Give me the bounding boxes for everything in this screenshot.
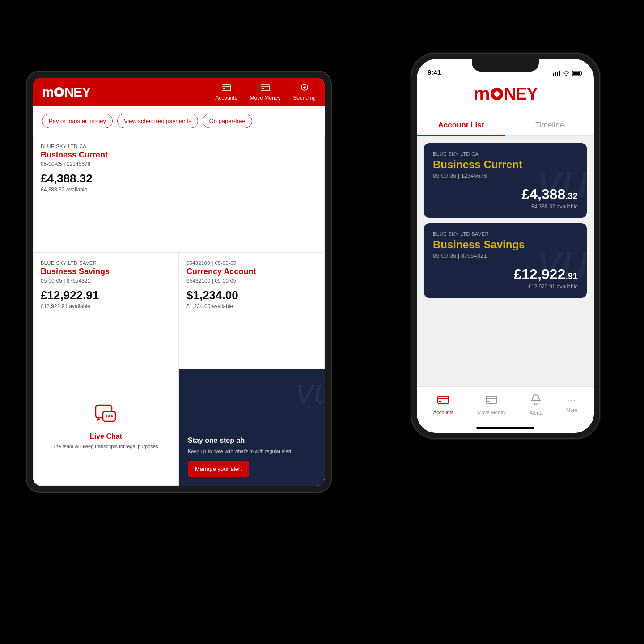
tablet-logo-text: m [42,85,54,100]
spending-nav-icon [300,83,309,93]
live-chat-title: Live Chat [90,432,122,441]
tablet-account-2-available: £12,922.91 available [41,303,171,309]
tab-account-list-label: Account List [438,121,484,129]
svg-rect-13 [559,71,560,76]
phone-account-2-numbers: 05-00-05 | 87654321 [433,252,578,259]
tablet-stay-card[interactable]: vu Stay one step ah Keep up-to-date with… [179,369,325,486]
tablet-account-card-2[interactable]: BLUE SKY LTD SAVER Business Savings 05-0… [33,253,179,369]
tablet-nav-accounts[interactable]: Accounts [215,83,237,101]
phone-account-1-balance-cents: .32 [565,191,578,201]
phone-account-1-numbers: 05-00-05 | 12345678 [433,172,578,179]
tablet-nav-move-money-label: Move Money [250,95,281,101]
phone-header: m NEY [417,79,594,115]
phone-account-1-type: BLUE SKY LTD CA [433,151,578,157]
tablet-account-card-3[interactable]: 65432100 | 05-00-05 Currency Account 654… [179,253,325,369]
phone-screen: 9:41 m NEY Account List Timelin [417,59,594,433]
phone-bottom-nav: Accounts Move Money Alerts ··· More [417,386,594,422]
tablet-account-1-type: Blue Sky LTD CA [41,144,317,149]
svg-rect-10 [553,73,554,76]
tablet-account-3-numbers: 65432100 | 05-00-05 [186,278,317,284]
svg-point-7 [106,415,107,417]
manage-alerts-button[interactable]: Manage your alert [188,461,249,477]
view-scheduled-button[interactable]: View scheduled payments [117,114,198,128]
phone-nav-alerts[interactable]: Alerts [525,391,547,418]
phone-nav-alerts-icon [530,394,541,408]
tab-timeline[interactable]: Timeline [505,115,594,135]
phone-tabs: Account List Timeline [417,115,594,136]
stay-watermark: vu [296,373,325,409]
tablet-nav-move-money[interactable]: Move Money [250,83,281,101]
tablet-action-buttons: Pay or transfer money View scheduled pay… [33,106,325,136]
home-bar [476,427,534,429]
tablet-account-1-available: £4,388.32 available [41,186,317,193]
tablet-account-1-balance: £4,388.32 [41,172,317,186]
phone-account-2-type: BLUE SKY LTD SAVER [433,231,578,237]
tab-account-list[interactable]: Account List [417,115,505,135]
phone-account-card-1[interactable]: vu BLUE SKY LTD CA Business Current 05-0… [424,143,587,218]
wifi-icon [563,71,570,76]
phone-nav-move-money-icon [486,394,497,408]
phone-nav-alerts-label: Alerts [530,410,542,415]
tablet-logo-circle-inner [57,90,61,94]
svg-rect-16 [438,396,449,403]
phone-home-indicator [417,422,594,433]
phone-account-2-balance-whole: £12,922 [514,266,566,282]
tablet-account-2-balance: £12,922.91 [41,288,171,302]
stay-card-title: Stay one step ah [188,436,316,445]
svg-point-8 [108,415,110,417]
phone-account-1-balance: £4,388.32 [433,186,578,203]
phone-nav-move-money[interactable]: Move Money [473,392,510,418]
phone-account-2-balance-cents: .91 [565,271,578,281]
live-chat-desc: The team will keep transcripts for legal… [52,443,159,450]
tablet-account-2-name: Business Savings [41,267,171,276]
phone-nav-accounts[interactable]: Accounts [429,392,458,418]
pay-transfer-button[interactable]: Pay or transfer money [42,114,113,128]
svg-rect-1 [223,88,225,89]
tablet-account-card-1[interactable]: Blue Sky LTD CA Business Current 05-00-0… [33,136,325,253]
tablet-nav-items: Accounts Move Money Spending [215,83,316,101]
phone-account-1-name: Business Current [433,158,578,171]
svg-rect-18 [486,396,497,403]
phone-account-card-2[interactable]: vu BLUE SKY LTD SAVER Business Savings 0… [424,223,587,298]
tablet-nav-spending[interactable]: Spending [293,83,316,101]
svg-rect-3 [262,88,264,89]
tablet-account-1-numbers: 05-00-05 | 12345678 [41,161,317,167]
status-time: 9:41 [428,68,441,76]
svg-rect-17 [439,401,441,402]
tablet-account-3-balance: $1,234.00 [186,288,317,302]
phone-nav-accounts-label: Accounts [433,410,453,415]
phone-nav-more-label: More [566,407,577,413]
tablet-device: m NEY Accounts Move Money [27,72,331,492]
phone-account-1-balance-whole: £4,388 [521,186,565,202]
phone-account-2-balance-row: £12,922.91 £12,922.91 available [433,266,578,290]
phone-device: 9:41 m NEY Account List Timelin [411,54,599,438]
tablet-logo-circle [54,87,64,97]
svg-rect-11 [555,72,556,76]
signal-icon [553,71,560,76]
tablet-content: Blue Sky LTD CA Business Current 05-00-0… [33,136,325,486]
tablet-account-1-name: Business Current [41,150,317,160]
tablet-screen: m NEY Accounts Move Money [33,78,325,486]
status-icons [553,71,583,76]
phone-nav-move-money-label: Move Money [478,410,506,415]
phone-account-1-balance-row: £4,388.32 £4,388.32 available [433,186,578,210]
phone-notch [472,59,539,72]
tablet-logo-rest: NEY [64,85,91,100]
svg-rect-12 [557,72,558,76]
tablet-nav-spending-label: Spending [293,95,316,101]
move-money-nav-icon [261,83,270,93]
phone-logo-circle [491,88,503,100]
svg-point-9 [111,415,113,417]
tablet-nav-accounts-label: Accounts [215,95,237,101]
tablet-live-chat-card[interactable]: Live Chat The team will keep transcripts… [33,369,179,486]
phone-logo-circle-inner [494,91,500,97]
phone-nav-more[interactable]: ··· More [562,394,582,415]
tablet-account-3-available: $1,234.00 available [186,303,317,309]
tablet-logo: m NEY [42,85,90,100]
phone-account-2-balance: £12,922.91 [433,266,578,283]
svg-rect-15 [573,72,580,75]
tablet-account-3-type: 65432100 | 05-00-05 [186,260,317,266]
accounts-nav-icon [222,83,231,93]
go-paper-free-button[interactable]: Go paper-free [203,114,252,128]
tab-timeline-label: Timeline [535,121,564,129]
